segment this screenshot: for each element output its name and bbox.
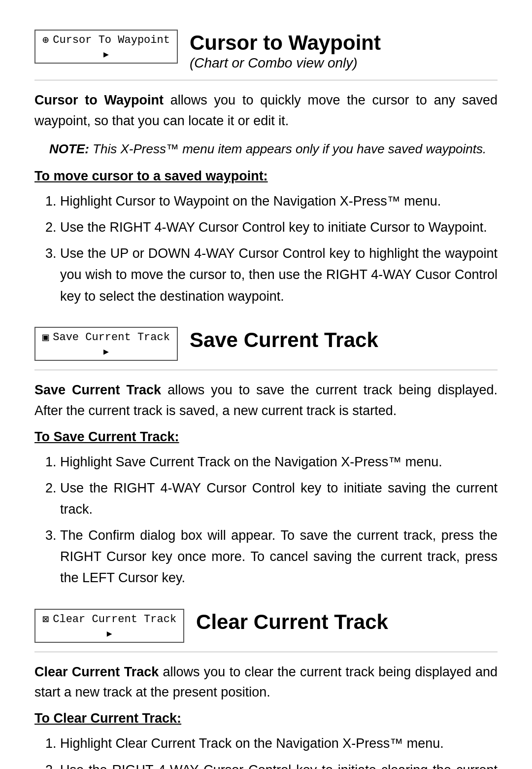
- save-track-section: ▣ Save Current Track ▶ Save Current Trac…: [34, 327, 498, 589]
- clear-track-section: ⊠ Clear Current Track ▶ Clear Current Tr…: [34, 609, 498, 769]
- save-track-steps: Highlight Save Current Track on the Navi…: [60, 452, 498, 589]
- list-item: The Confirm dialog box will appear. To s…: [60, 525, 498, 589]
- cursor-waypoint-intro: Cursor to Waypoint allows you to quickly…: [34, 90, 498, 132]
- list-item: Use the RIGHT 4-WAY Cursor Control key t…: [60, 217, 498, 238]
- list-item: Highlight Clear Current Track on the Nav…: [60, 733, 498, 754]
- cursor-waypoint-arrow: ▶: [103, 49, 109, 60]
- clear-track-rule: [34, 652, 498, 652]
- cursor-waypoint-intro-bold: Cursor to Waypoint: [34, 93, 164, 107]
- cursor-waypoint-header: ⊕ Cursor To Waypoint ▶ Cursor to Waypoin…: [34, 30, 498, 71]
- clear-track-intro: Clear Current Track allows you to clear …: [34, 662, 498, 703]
- list-item: Use the UP or DOWN 4-WAY Cursor Control …: [60, 243, 498, 307]
- cursor-waypoint-title: Cursor to Waypoint: [190, 32, 381, 54]
- clear-track-intro-bold: Clear Current Track: [34, 664, 159, 679]
- cursor-waypoint-menu-box: ⊕ Cursor To Waypoint ▶: [34, 30, 178, 64]
- clear-track-menu-box: ⊠ Clear Current Track ▶: [34, 609, 184, 643]
- clear-track-subheading: To Clear Current Track:: [34, 711, 498, 726]
- cursor-waypoint-menu-label: Cursor To Waypoint: [53, 34, 170, 46]
- save-track-header: ▣ Save Current Track ▶ Save Current Trac…: [34, 327, 498, 361]
- note-label: NOTE:: [49, 141, 89, 156]
- clear-track-title: Clear Current Track: [196, 611, 388, 633]
- cursor-waypoint-steps: Highlight Cursor to Waypoint on the Navi…: [60, 191, 498, 307]
- save-track-menu-box: ▣ Save Current Track ▶: [34, 327, 178, 361]
- save-track-arrow: ▶: [103, 346, 109, 357]
- save-track-title-block: Save Current Track: [190, 327, 378, 351]
- clear-track-title-block: Clear Current Track: [196, 609, 388, 633]
- save-track-intro-bold: Save Current Track: [34, 383, 161, 397]
- clear-track-steps: Highlight Clear Current Track on the Nav…: [60, 733, 498, 769]
- clear-track-menu-label: Clear Current Track: [53, 613, 176, 626]
- save-track-subheading: To Save Current Track:: [34, 429, 498, 445]
- list-item: Highlight Save Current Track on the Navi…: [60, 452, 498, 473]
- list-item: Use the RIGHT 4-WAY Cursor Control key t…: [60, 760, 498, 769]
- save-track-icon: ▣: [42, 331, 49, 344]
- save-track-intro: Save Current Track allows you to save th…: [34, 380, 498, 421]
- clear-track-arrow: ▶: [107, 628, 112, 639]
- cursor-waypoint-subtitle: (Chart or Combo view only): [190, 55, 381, 71]
- cursor-waypoint-rule: [34, 80, 498, 80]
- cursor-waypoint-subheading: To move cursor to a saved waypoint:: [34, 169, 498, 184]
- note-text: This X-Press™ menu item appears only if …: [89, 141, 486, 156]
- clear-track-icon: ⊠: [42, 613, 49, 626]
- save-track-title: Save Current Track: [190, 329, 378, 351]
- cursor-waypoint-icon: ⊕: [42, 34, 49, 47]
- clear-track-header: ⊠ Clear Current Track ▶ Clear Current Tr…: [34, 609, 498, 643]
- cursor-waypoint-section: ⊕ Cursor To Waypoint ▶ Cursor to Waypoin…: [34, 30, 498, 307]
- save-track-rule: [34, 370, 498, 370]
- cursor-waypoint-title-block: Cursor to Waypoint (Chart or Combo view …: [190, 30, 381, 71]
- cursor-waypoint-note: NOTE: This X-Press™ menu item appears on…: [49, 140, 498, 159]
- list-item: Use the RIGHT 4-WAY Cursor Control key t…: [60, 478, 498, 520]
- list-item: Highlight Cursor to Waypoint on the Navi…: [60, 191, 498, 212]
- save-track-menu-label: Save Current Track: [53, 331, 170, 344]
